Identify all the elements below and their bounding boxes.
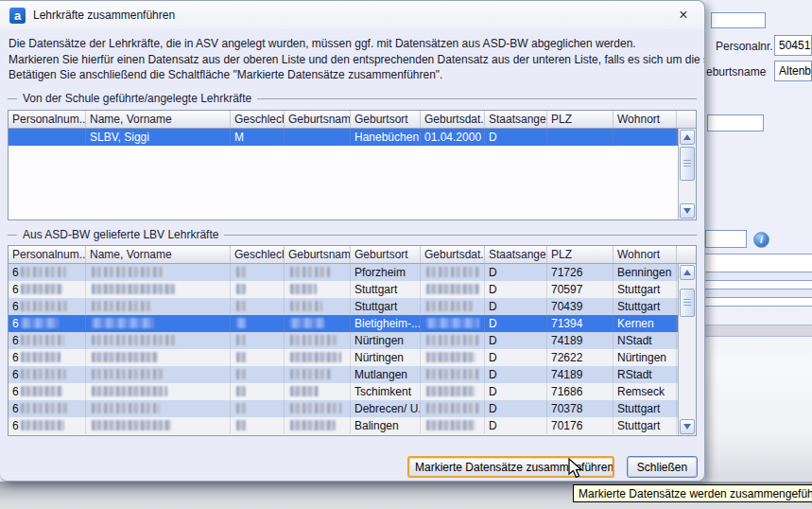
asd-bw-teachers-table: Personalnum...Name, VornameGeschlechtGeb… (8, 245, 697, 436)
cell-geburtsort: Nürtingen (351, 349, 421, 366)
table-row[interactable]: 6 Bietigheim-... D 71394 Kernen (9, 315, 678, 332)
geburtsname-field[interactable]: Altenbu (774, 61, 812, 81)
scroll-down-button[interactable] (680, 203, 695, 219)
cell-geburtsort: Mutlangen (351, 366, 421, 383)
table-row[interactable]: 6 Balingen D 70176 Stuttgart (9, 417, 678, 434)
chevron-up-icon (683, 270, 691, 275)
vertical-scrollbar[interactable] (678, 264, 696, 435)
chevron-down-icon (683, 424, 691, 430)
column-header[interactable]: Geburtsname (285, 246, 351, 263)
cell-geburtsname (285, 281, 351, 298)
cell-geburtsdatum (421, 264, 485, 281)
geburtsname-label: eburtsname (706, 65, 766, 79)
cell-geschlecht (231, 366, 285, 383)
background-input-field[interactable] (711, 12, 766, 28)
info-icon[interactable]: i (753, 232, 769, 248)
cell-geschlecht: M (231, 129, 285, 146)
cell-wohnort: Stuttgart (613, 417, 677, 434)
app-icon: a (9, 8, 26, 24)
background-input-field-3[interactable] (705, 230, 747, 248)
cell-plz: 74189 (547, 366, 613, 383)
close-button[interactable]: × (674, 6, 693, 25)
personalnr-field[interactable]: 504519 (774, 35, 812, 56)
column-header[interactable]: Wohnort (613, 111, 677, 128)
tooltip: Markierte Datensätze werden zusammengefü… (573, 484, 812, 502)
table-row[interactable]: 6 Nürtingen D 74189 NStadt (9, 332, 678, 349)
scroll-up-button[interactable] (680, 265, 695, 280)
column-header[interactable]: Name, Vorname (86, 246, 231, 263)
cell-geburtsdatum (421, 383, 485, 400)
cell-geburtsname (285, 366, 351, 383)
cell-geburtsort: Stuttgart (351, 298, 421, 315)
cell-geburtsort: Nürtingen (351, 332, 421, 349)
cell-name-vorname (86, 366, 231, 383)
cell-geburtsort: Tschimkent (351, 383, 421, 400)
cell-geburtsort: Debrecen/ U... (351, 400, 421, 417)
cell-geburtsort: Pforzheim (351, 264, 421, 281)
column-header[interactable]: Wohnort (613, 246, 677, 263)
cell-geburtsname (285, 383, 351, 400)
table-row[interactable]: 6 Mutlangen D 74189 RStadt (9, 366, 678, 383)
column-header[interactable]: PLZ (547, 246, 613, 263)
scroll-down-button[interactable] (680, 419, 695, 434)
instruction-line: Die Datensätze der Lehrkräfte, die in AS… (9, 36, 704, 52)
table-row[interactable]: 6 Nürtingen D 72622 Nürtingen (9, 349, 678, 366)
cell-plz: 70176 (547, 417, 613, 434)
cell-geburtsname (285, 264, 351, 281)
cell-staatsangehoerigkeit: D (485, 400, 547, 417)
cell-name-vorname (86, 417, 231, 434)
table-row[interactable]: 6 Pforzheim D 71726 Benningen (9, 264, 678, 281)
table-row[interactable]: SLBV, Siggi M Hanebüchen 01.04.2000 D (9, 129, 678, 146)
background-input-field-2[interactable] (707, 114, 764, 132)
column-header[interactable]: Staatsange... (485, 246, 547, 263)
cell-staatsangehoerigkeit: D (485, 315, 547, 332)
table-row[interactable]: 6 Stuttgart D 70597 Stuttgart (9, 281, 678, 298)
cell-name-vorname (86, 400, 231, 417)
column-header[interactable]: Staatsange... (485, 111, 547, 128)
table-row[interactable]: 6 Stuttgart D 70439 Stuttgart (9, 298, 678, 315)
cell-geburtsdatum (421, 298, 485, 315)
cell-name-vorname (86, 332, 231, 349)
cell-wohnort: NStadt (613, 332, 677, 349)
column-header[interactable]: Geschlecht (231, 111, 285, 128)
table-row[interactable]: 6 Debrecen/ U... D 70378 Stuttgart (9, 400, 678, 417)
cell-geburtsname (285, 332, 351, 349)
column-header[interactable]: Geburtsort (351, 111, 421, 128)
cell-staatsangehoerigkeit: D (485, 366, 547, 383)
cell-wohnort: Stuttgart (613, 281, 677, 298)
cell-geburtsdatum (421, 332, 485, 349)
cell-staatsangehoerigkeit: D (485, 298, 547, 315)
column-header[interactable]: Personalnum... (9, 246, 86, 263)
scrollbar-thumb[interactable] (680, 289, 695, 317)
cell-geburtsort: Bietigheim-... (351, 315, 421, 332)
column-header[interactable]: Geburtsname (285, 111, 351, 128)
close-dialog-button[interactable]: Schließen (627, 456, 698, 478)
column-header[interactable]: Name, Vorname (86, 111, 231, 128)
column-header[interactable]: Geburtsdat... (421, 111, 485, 128)
cell-geburtsdatum (421, 349, 485, 366)
column-header[interactable]: Geschlecht (231, 246, 285, 263)
merge-teachers-dialog: a Lehrkräfte zusammenführen × Die Datens… (0, 0, 705, 482)
column-header[interactable]: PLZ (547, 111, 613, 128)
table-header-row: Personalnum...Name, VornameGeschlechtGeb… (9, 111, 696, 129)
column-header[interactable]: Geburtsdat... (421, 246, 485, 263)
cell-staatsangehoerigkeit: D (485, 281, 547, 298)
cell-geburtsname (285, 349, 351, 366)
cell-staatsangehoerigkeit: D (485, 129, 547, 146)
cell-wohnort: Remseck (613, 383, 677, 400)
cell-geburtsdatum (421, 417, 485, 434)
scroll-up-button[interactable] (680, 130, 695, 145)
cell-plz: 70597 (547, 281, 613, 298)
column-header[interactable]: Personalnum... (9, 111, 86, 128)
scrollbar-thumb[interactable] (680, 147, 695, 181)
table-row[interactable]: 6 Tschimkent D 71686 Remseck (9, 383, 678, 400)
cursor-arrow-icon (568, 458, 585, 481)
column-header[interactable]: Geburtsort (351, 246, 421, 263)
cell-staatsangehoerigkeit: D (485, 417, 547, 434)
vertical-scrollbar[interactable] (678, 129, 696, 219)
cell-personalnummer (9, 129, 86, 146)
dialog-titlebar[interactable]: a Lehrkräfte zusammenführen (0, 1, 704, 29)
cell-staatsangehoerigkeit: D (485, 264, 547, 281)
cell-geschlecht (231, 417, 285, 434)
cell-wohnort: Kernen (613, 315, 677, 332)
